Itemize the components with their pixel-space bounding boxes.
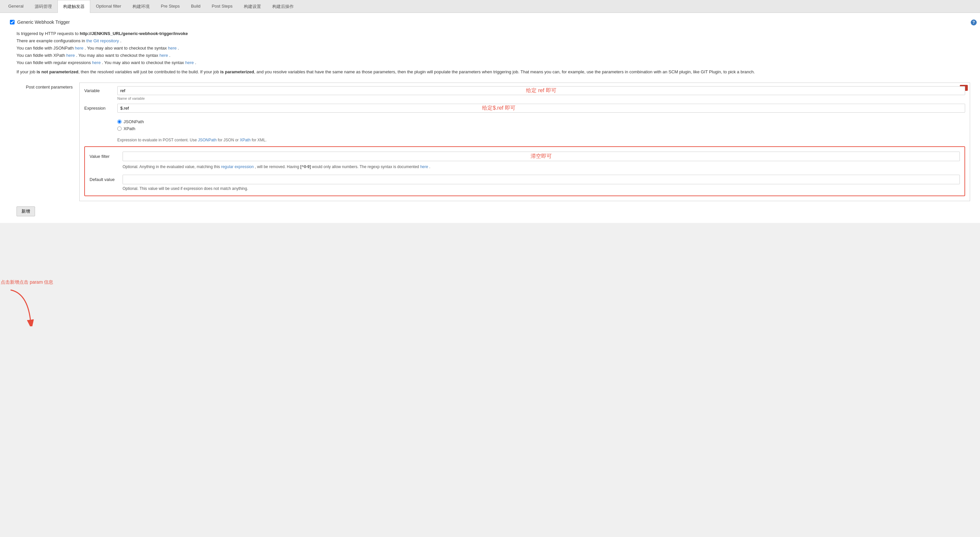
variable-input-wrap: 给定 ref 即可 <box>117 86 965 95</box>
help-icon[interactable]: ? <box>971 19 977 25</box>
tab-pre-steps[interactable]: Pre Steps <box>155 0 185 13</box>
desc-line-2: There are example configurations in the … <box>16 37 970 44</box>
regex-link-1[interactable]: here <box>92 60 101 65</box>
radio-group: JSONPath XPath <box>117 119 144 133</box>
default-value-row: Default value <box>89 175 960 184</box>
tab-build-env[interactable]: 构建环境 <box>127 0 155 13</box>
tab-post-steps[interactable]: Post Steps <box>206 0 238 13</box>
radio-jsonpath[interactable]: JSONPath <box>117 119 144 124</box>
trigger-checkbox[interactable] <box>10 20 14 24</box>
regex-syntax-link[interactable]: here <box>185 60 194 65</box>
desc-line-5: You can fiddle with regular expressions … <box>16 59 970 67</box>
tab-bar: General 源码管理 构建触发器 Optional filter 构建环境 … <box>0 0 980 13</box>
tab-trigger[interactable]: 构建触发器 <box>57 0 90 13</box>
desc-line-3: You can fiddle with JSONPath here . You … <box>16 44 970 52</box>
name-of-variable-label: Name of variable <box>117 97 965 100</box>
radio-xpath-label: XPath <box>124 126 135 131</box>
tab-post-build[interactable]: 构建后操作 <box>267 0 299 13</box>
section-header: Generic Webhook Trigger <box>10 19 970 25</box>
expression-note: Expression to evaluate in POST content. … <box>117 138 267 142</box>
expression-row: Expression 给定$.ref 即可 <box>84 104 965 113</box>
xpath-link-1[interactable]: here <box>67 53 75 58</box>
value-filter-label: Value filter <box>89 154 119 159</box>
value-filter-optional-note: Optional. Anything in the evaluated valu… <box>123 164 960 170</box>
tab-build-settings[interactable]: 构建设置 <box>238 0 267 13</box>
regexp-syntax-link[interactable]: here <box>420 164 428 169</box>
invoke-url: http://JENKINS_URL/generic-webhook-trigg… <box>80 31 188 36</box>
highlighted-section: Value filter 滞空即可 Optional. Anything in … <box>84 146 965 196</box>
expression-input-wrap: 给定$.ref 即可 <box>117 104 965 113</box>
value-filter-input[interactable] <box>123 152 960 161</box>
main-content: ? Generic Webhook Trigger Is triggered b… <box>0 13 980 223</box>
radio-xpath-input[interactable] <box>117 127 122 131</box>
variable-row: Variable 给定 ref 即可 <box>84 86 965 95</box>
jsonpath-note-link[interactable]: JSONPath <box>198 138 217 142</box>
trigger-title: Generic Webhook Trigger <box>17 19 70 25</box>
value-filter-row: Value filter 滞空即可 <box>89 152 960 161</box>
desc-line-4: You can fiddle with XPath here . You may… <box>16 52 970 59</box>
git-repo-link[interactable]: the Git repository <box>86 38 119 43</box>
tab-general[interactable]: General <box>3 0 29 13</box>
radio-xpath[interactable]: XPath <box>117 126 144 131</box>
default-value-note: Optional. This value will be used if exp… <box>123 186 960 191</box>
regex-expression-link[interactable]: regular expression <box>221 164 254 169</box>
expression-input[interactable] <box>117 104 965 113</box>
default-value-label: Default value <box>89 177 119 182</box>
param-fields-container: X Variable 给定 ref 即可 Name of variable Ex… <box>79 83 970 201</box>
radio-jsonpath-input[interactable] <box>117 119 122 124</box>
expression-note-row: Expression to evaluate in POST content. … <box>84 137 965 142</box>
tab-source[interactable]: 源码管理 <box>29 0 57 13</box>
desc-line-1: Is triggered by HTTP requests to http://… <box>16 30 970 37</box>
desc-line-6: If your job is not parameterized, then t… <box>16 68 970 76</box>
jsonpath-link-1[interactable]: here <box>75 46 84 51</box>
post-content-label: Post content parameters <box>16 83 73 201</box>
xpath-note-link[interactable]: XPath <box>240 138 251 142</box>
radio-jsonpath-label: JSONPath <box>124 119 144 124</box>
expression-type-row: JSONPath XPath <box>84 117 965 134</box>
name-of-variable-row: Name of variable <box>84 97 965 100</box>
variable-input[interactable] <box>117 86 965 95</box>
value-filter-input-wrap: 滞空即可 <box>123 152 960 161</box>
add-param-button[interactable]: 新增 <box>16 207 35 216</box>
trigger-checkbox-label[interactable]: Generic Webhook Trigger <box>10 19 70 25</box>
info-block: Is triggered by HTTP requests to http://… <box>16 30 970 76</box>
regex-code: [^0-9] <box>300 164 311 169</box>
post-content-parameters: Post content parameters X Variable 给定 re… <box>16 83 970 201</box>
xpath-syntax-link[interactable]: here <box>159 53 168 58</box>
expression-label: Expression <box>84 104 114 111</box>
default-value-input[interactable] <box>123 175 960 184</box>
tab-build[interactable]: Build <box>185 0 206 13</box>
variable-label: Variable <box>84 86 114 93</box>
tab-optional-filter[interactable]: Optional filter <box>90 0 127 13</box>
jsonpath-syntax-link[interactable]: here <box>168 46 177 51</box>
